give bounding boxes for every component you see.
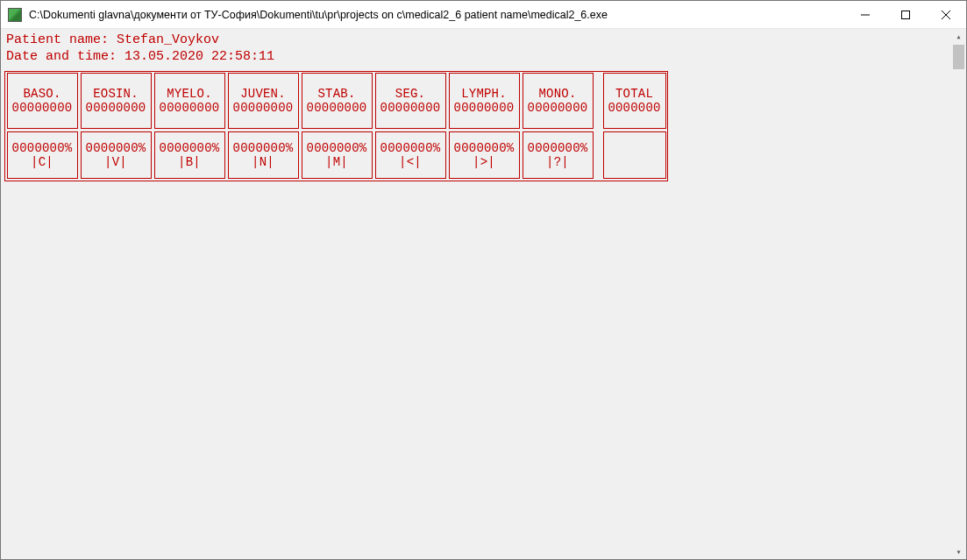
cell-seg-label: SEG.00000000 (375, 73, 446, 129)
cell-myelo-label: MYELO.00000000 (154, 73, 225, 129)
cell-eosin-label: EOSIN.00000000 (81, 73, 152, 129)
header-block: Patient name: Stefan_Voykov Date and tim… (1, 29, 966, 71)
scroll-thumb[interactable] (953, 45, 964, 69)
window-controls (845, 1, 966, 28)
cell-lymph-key: 0000000%|>| (449, 131, 520, 179)
cell-seg-key: 0000000%|<| (375, 131, 446, 179)
scroll-down-icon[interactable]: ▾ (951, 544, 966, 559)
cell-total-label: TOTAL0000000 (603, 73, 666, 129)
scroll-up-icon[interactable]: ▴ (951, 29, 966, 44)
cell-juven-key: 0000000%|N| (228, 131, 299, 179)
cell-total-empty (603, 131, 666, 179)
cell-eosin-key: 0000000%|V| (81, 131, 152, 179)
client-area: Patient name: Stefan_Voykov Date and tim… (1, 29, 966, 559)
close-icon (942, 11, 950, 19)
cell-stab-key: 0000000%|M| (302, 131, 373, 179)
counter-grid: BASO.00000000 EOSIN.00000000 MYELO.00000… (4, 71, 668, 181)
grid-gap (594, 73, 601, 129)
grid-row-labels: BASO.00000000 EOSIN.00000000 MYELO.00000… (5, 72, 667, 131)
datetime-line: Date and time: 13.05.2020 22:58:11 (6, 49, 274, 64)
grid-row-keys: 0000000%|C| 0000000%|V| 0000000%|B| 0000… (5, 131, 667, 181)
vertical-scrollbar[interactable]: ▴ ▾ (951, 29, 966, 559)
cell-baso-key: 0000000%|C| (7, 131, 78, 179)
cell-juven-label: JUVEN.00000000 (228, 73, 299, 129)
cell-lymph-label: LYMPH.00000000 (449, 73, 520, 129)
cell-mono-key: 0000000%|?| (523, 131, 594, 179)
app-icon (8, 8, 22, 22)
cell-mono-label: MONO.00000000 (523, 73, 594, 129)
minimize-icon (861, 11, 870, 19)
patient-name-line: Patient name: Stefan_Voykov (6, 32, 219, 47)
cell-stab-label: STAB.00000000 (302, 73, 373, 129)
title-bar: C:\Dokumenti glavna\документи от ТУ-Софи… (1, 1, 966, 29)
svg-rect-1 (902, 11, 910, 18)
cell-myelo-key: 0000000%|B| (154, 131, 225, 179)
window-title: C:\Dokumenti glavna\документи от ТУ-Софи… (29, 9, 845, 21)
maximize-button[interactable] (885, 1, 926, 28)
maximize-icon (901, 11, 910, 19)
cell-baso-label: BASO.00000000 (7, 73, 78, 129)
grid-gap-2 (594, 131, 601, 179)
close-button[interactable] (926, 1, 966, 28)
minimize-button[interactable] (845, 1, 885, 28)
